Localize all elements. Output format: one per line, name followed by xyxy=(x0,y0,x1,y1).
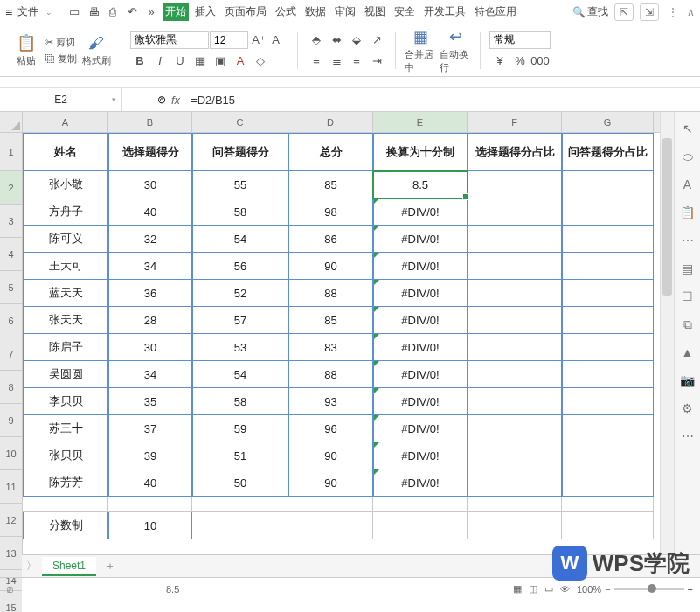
cell[interactable]: 李贝贝 xyxy=(23,388,108,415)
cell[interactable]: 问答题得分占比 xyxy=(562,133,654,171)
indent-button[interactable]: ⇥ xyxy=(367,52,386,70)
tab-data[interactable]: 数据 xyxy=(302,3,329,21)
cell[interactable]: 34 xyxy=(108,253,192,280)
view-normal-icon[interactable]: ▦ xyxy=(513,583,522,595)
cell[interactable] xyxy=(468,415,562,442)
ribbon-caret-icon[interactable]: ∧ xyxy=(687,6,695,18)
row-header[interactable]: 6 xyxy=(0,304,22,337)
cell[interactable]: 55 xyxy=(192,171,288,198)
merge-center-button[interactable]: ▦ 合并居中 xyxy=(405,27,436,74)
cell[interactable]: 34 xyxy=(108,361,192,388)
zoom-in-button[interactable]: + xyxy=(688,584,693,595)
col-header[interactable]: D xyxy=(288,112,373,132)
more-tools-icon[interactable]: ⋯ xyxy=(680,428,696,444)
cell[interactable] xyxy=(562,415,654,442)
cell[interactable]: 52 xyxy=(192,280,288,307)
cell[interactable]: 张贝贝 xyxy=(23,442,108,469)
settings-icon[interactable]: ⚙ xyxy=(680,400,696,416)
cell[interactable]: 88 xyxy=(288,280,373,307)
tab-formula[interactable]: 公式 xyxy=(273,3,299,21)
clear-format-button[interactable]: ◇ xyxy=(251,52,270,70)
underline-button[interactable]: U xyxy=(170,52,190,70)
quick-print-icon[interactable]: 🖶 xyxy=(86,5,101,18)
fx-icon[interactable]: ⊚ xyxy=(157,94,166,106)
cell[interactable]: 57 xyxy=(192,307,288,334)
cell[interactable]: 51 xyxy=(192,442,288,469)
row-header[interactable]: 7 xyxy=(0,337,22,371)
increase-font-button[interactable]: A⁺ xyxy=(249,31,268,49)
tab-insert[interactable]: 插入 xyxy=(192,3,218,21)
collapse-button[interactable]: ⇲ xyxy=(640,3,659,21)
col-header[interactable]: G xyxy=(562,112,654,132)
cell[interactable] xyxy=(562,442,654,469)
tab-security[interactable]: 安全 xyxy=(392,3,418,21)
cell[interactable] xyxy=(468,171,562,198)
cell[interactable]: 30 xyxy=(108,334,192,361)
cell[interactable]: 吴圆圆 xyxy=(23,361,108,388)
orientation-button[interactable]: ↗ xyxy=(367,31,386,49)
align-center-button[interactable]: ≣ xyxy=(327,52,346,70)
quick-more-icon[interactable]: » xyxy=(143,5,159,18)
cell[interactable]: 96 xyxy=(288,415,373,442)
sheet-next-icon[interactable]: 〉 xyxy=(21,559,42,574)
align-middle-button[interactable]: ⬌ xyxy=(327,31,346,49)
currency-button[interactable]: ¥ xyxy=(490,52,509,70)
cell[interactable]: 苏三十 xyxy=(23,415,108,442)
cell[interactable]: 张天天 xyxy=(23,307,108,334)
cell[interactable] xyxy=(288,512,373,539)
quick-undo-icon[interactable]: ↶ xyxy=(124,5,140,18)
cell[interactable]: #DIV/0! xyxy=(373,226,468,253)
font-size-combo[interactable] xyxy=(210,31,248,49)
zoom-out-button[interactable]: − xyxy=(605,584,610,595)
cell[interactable]: 36 xyxy=(108,280,192,307)
cell[interactable] xyxy=(468,334,562,361)
cursor-icon[interactable]: ↖ xyxy=(680,121,696,136)
more-icon[interactable]: ⋮ xyxy=(668,6,678,18)
cell[interactable]: #DIV/0! xyxy=(373,442,468,469)
cell[interactable]: #DIV/0! xyxy=(373,280,468,307)
cell[interactable]: 35 xyxy=(108,388,192,415)
cell[interactable]: 问答题得分 xyxy=(192,133,288,171)
cell[interactable]: 10 xyxy=(108,512,192,539)
cell[interactable] xyxy=(468,442,562,469)
cell[interactable] xyxy=(373,497,468,512)
cell[interactable] xyxy=(468,198,562,226)
cell[interactable] xyxy=(562,226,654,253)
font-name-combo[interactable] xyxy=(130,31,209,49)
select-icon[interactable]: ⬭ xyxy=(680,149,696,164)
cell[interactable] xyxy=(373,512,468,539)
cell[interactable]: 分数制 xyxy=(23,512,108,539)
vertical-scrollbar[interactable] xyxy=(660,112,674,554)
formula-input[interactable] xyxy=(185,94,700,107)
italic-button[interactable]: I xyxy=(150,52,170,70)
sheet-tab[interactable]: Sheet1 xyxy=(42,557,96,576)
align-bottom-button[interactable]: ⬙ xyxy=(347,31,366,49)
text-icon[interactable]: A xyxy=(680,177,696,192)
cell[interactable]: 54 xyxy=(192,226,288,253)
row-header[interactable]: 1 xyxy=(0,133,22,171)
cell[interactable]: #DIV/0! xyxy=(373,334,468,361)
row-header[interactable]: 5 xyxy=(0,271,22,304)
tab-home[interactable]: 开始 xyxy=(163,3,189,21)
cell[interactable]: 30 xyxy=(108,171,192,198)
align-left-button[interactable]: ≡ xyxy=(307,52,326,70)
cell[interactable]: 58 xyxy=(192,388,288,415)
align-right-button[interactable]: ≡ xyxy=(347,52,366,70)
cell[interactable]: 58 xyxy=(192,198,288,226)
col-header[interactable]: B xyxy=(108,112,192,132)
name-box[interactable]: E2 ▾ xyxy=(0,88,122,111)
cell[interactable]: 39 xyxy=(108,442,192,469)
cell[interactable]: 姓名 xyxy=(23,133,108,171)
cell[interactable] xyxy=(562,334,654,361)
cell[interactable] xyxy=(468,388,562,415)
cell[interactable]: 90 xyxy=(288,442,373,469)
cell[interactable]: 83 xyxy=(288,334,373,361)
cell[interactable]: 53 xyxy=(192,334,288,361)
cut-button[interactable]: ✂剪切 xyxy=(45,36,77,49)
tab-special[interactable]: 特色应用 xyxy=(472,3,519,21)
row-header[interactable]: 10 xyxy=(0,437,22,470)
cell[interactable]: 56 xyxy=(192,253,288,280)
cell[interactable]: 98 xyxy=(288,198,373,226)
app-menu-icon[interactable]: ≡ xyxy=(5,5,12,19)
chevron-down-icon[interactable]: ⌄ xyxy=(45,8,52,17)
